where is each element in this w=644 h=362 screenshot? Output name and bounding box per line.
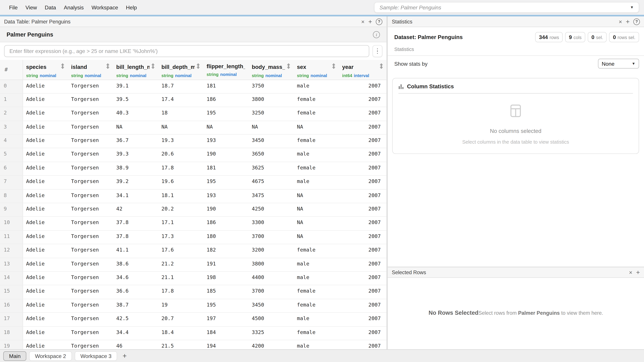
table-row[interactable]: 12AdelieTorgersen41.117.61823200female20… — [0, 244, 386, 258]
table-row[interactable]: 19AdelieTorgersen4621.51944200male2007 — [0, 340, 386, 349]
column-header-flipper_length_mm[interactable]: flipper_length_mmstringnominal — [203, 60, 248, 80]
cell-sex: male — [294, 148, 339, 162]
cell-island: Torgersen — [68, 340, 113, 349]
cell-sex: female — [294, 244, 339, 258]
table-row[interactable]: 2AdelieTorgersen40.3181953250female2007 — [0, 107, 386, 121]
sort-icon — [106, 63, 110, 70]
cell-flipper_length_mm: 182 — [203, 244, 248, 258]
table-row[interactable]: 11AdelieTorgersen37.817.31803700NA2007 — [0, 230, 386, 244]
column-header-sex[interactable]: sexstringnominal — [294, 60, 339, 80]
cell-flipper_length_mm: 195 — [203, 107, 248, 121]
menu-item-file[interactable]: File — [9, 4, 18, 10]
cell-bill_length_mm: 38.6 — [113, 258, 158, 272]
kebab-menu-icon[interactable] — [372, 45, 382, 57]
cell-bill_length_mm: 42.5 — [113, 313, 158, 326]
cell-body_mass_g: 3625 — [248, 162, 294, 176]
menu-item-help[interactable]: Help — [126, 4, 137, 10]
cell-bill_length_mm: 38.9 — [113, 162, 158, 176]
cell-body_mass_g: 3750 — [248, 80, 294, 93]
data-table-panel-title: Data Table: Palmer Penguins — [4, 18, 361, 24]
cell-body_mass_g: 3250 — [248, 107, 294, 121]
table-row[interactable]: 5AdelieTorgersen39.320.61903650male2007 — [0, 148, 386, 162]
menu-item-workspace[interactable]: Workspace — [92, 4, 118, 10]
statistics-panel-header: Statistics × + ? — [388, 16, 644, 27]
show-stats-by-select[interactable]: None ▼ — [598, 59, 639, 68]
tab-workspace-2[interactable]: Workspace 2 — [29, 351, 72, 361]
filter-row — [0, 42, 386, 60]
table-row[interactable]: 13AdelieTorgersen38.621.21913800male2007 — [0, 258, 386, 272]
add-panel-icon[interactable]: + — [636, 269, 640, 276]
table-row[interactable]: 10AdelieTorgersen37.817.11863300NA2007 — [0, 217, 386, 230]
cell-body_mass_g: 4250 — [248, 203, 294, 217]
tab-workspace-3[interactable]: Workspace 3 — [75, 351, 117, 361]
panel-resize-divider[interactable] — [386, 16, 388, 349]
column-statistics-card: Column Statistics No columns selected Se… — [392, 78, 639, 154]
right-panel: Statistics × + ? Dataset: Palmer Penguin… — [388, 16, 644, 349]
cell-bill_length_mm: 39.1 — [113, 80, 158, 93]
cell-island: Torgersen — [68, 326, 113, 340]
accent-divider — [0, 15, 644, 16]
cell-body_mass_g: 3700 — [248, 285, 294, 299]
filter-expression-input[interactable] — [4, 45, 369, 57]
table-row[interactable]: 14AdelieTorgersen34.621.11984400male2007 — [0, 272, 386, 285]
table-columns-icon — [510, 104, 521, 117]
cell-body_mass_g: 3800 — [248, 93, 294, 107]
cell-sex: NA — [294, 189, 339, 203]
cell-flipper_length_mm: 190 — [203, 148, 248, 162]
table-row[interactable]: 17AdelieTorgersen42.520.71974500male2007 — [0, 313, 386, 326]
info-icon[interactable]: i — [373, 31, 380, 38]
cell-island: Torgersen — [68, 217, 113, 230]
cell-bill_depth_mm: 20.2 — [158, 203, 203, 217]
menu-item-analysis[interactable]: Analysis — [64, 4, 84, 10]
cell-year: 2007 — [339, 107, 386, 121]
table-row[interactable]: 16AdelieTorgersen38.7191953450female2007 — [0, 299, 386, 313]
table-row[interactable]: 7AdelieTorgersen39.219.61954675male2007 — [0, 176, 386, 189]
cell-island: Torgersen — [68, 80, 113, 93]
table-row[interactable]: 1AdelieTorgersen39.517.41863800female200… — [0, 93, 386, 107]
table-row[interactable]: 0AdelieTorgersen39.118.71813750male2007 — [0, 80, 386, 93]
cell-flipper_length_mm: 180 — [203, 230, 248, 244]
close-icon[interactable]: × — [619, 18, 622, 24]
column-header-bill_depth_mm[interactable]: bill_depth_mmstringnominal — [158, 60, 203, 80]
cell-bill_length_mm: 39.3 — [113, 148, 158, 162]
help-icon[interactable]: ? — [633, 18, 640, 25]
column-header-body_mass_g[interactable]: body_mass_gstringnominal — [248, 60, 294, 80]
cell-body_mass_g: 4200 — [248, 340, 294, 349]
cell-sex: NA — [294, 203, 339, 217]
cell-body_mass_g: 3475 — [248, 189, 294, 203]
close-icon[interactable]: × — [361, 18, 364, 24]
cell-bill_depth_mm: 18 — [158, 107, 203, 121]
cell-species: Adelie — [23, 313, 68, 326]
sample-dataset-select[interactable]: Sample: Palmer Penguins ▼ — [374, 2, 639, 13]
table-row[interactable]: 15AdelieTorgersen36.617.81853700female20… — [0, 285, 386, 299]
row-index-cell: 15 — [0, 285, 23, 299]
close-icon[interactable]: × — [629, 270, 632, 275]
cell-year: 2007 — [339, 313, 386, 326]
cell-sex: NA — [294, 121, 339, 134]
add-panel-icon[interactable]: + — [368, 18, 372, 25]
cell-sex: NA — [294, 217, 339, 230]
add-workspace-button[interactable]: + — [122, 352, 126, 359]
column-header-island[interactable]: islandstringnominal — [68, 60, 113, 80]
cell-bill_depth_mm: 18.1 — [158, 189, 203, 203]
help-icon[interactable]: ? — [376, 18, 382, 25]
cell-species: Adelie — [23, 203, 68, 217]
table-row[interactable]: 18AdelieTorgersen34.418.41843325female20… — [0, 326, 386, 340]
column-header-species[interactable]: speciesstringnominal — [23, 60, 68, 80]
data-table-wrap: #speciesstringnominalislandstringnominal… — [0, 60, 386, 350]
table-row[interactable]: 6AdelieTorgersen38.917.81813625female200… — [0, 162, 386, 176]
row-index-cell: 16 — [0, 299, 23, 313]
column-header-bill_length_mm[interactable]: bill_length_mmstringnominal — [113, 60, 158, 80]
tab-main[interactable]: Main — [3, 351, 26, 361]
menu-item-data[interactable]: Data — [45, 4, 56, 10]
menu-bar: FileViewDataAnalysisWorkspaceHelp Sample… — [0, 0, 644, 15]
column-header-year[interactable]: yearint64interval — [339, 60, 386, 80]
cell-species: Adelie — [23, 340, 68, 349]
menu-item-view[interactable]: View — [26, 4, 37, 10]
table-row[interactable]: 3AdelieTorgersenNANANANANA2007 — [0, 121, 386, 134]
add-panel-icon[interactable]: + — [626, 18, 630, 25]
table-row[interactable]: 9AdelieTorgersen4220.21904250NA2007 — [0, 203, 386, 217]
cell-year: 2007 — [339, 340, 386, 349]
table-row[interactable]: 8AdelieTorgersen34.118.11933475NA2007 — [0, 189, 386, 203]
table-row[interactable]: 4AdelieTorgersen36.719.31933450female200… — [0, 134, 386, 148]
